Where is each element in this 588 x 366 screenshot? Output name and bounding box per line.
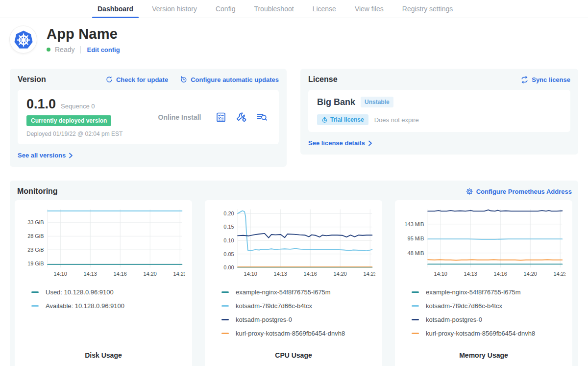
clock-refresh-icon (180, 76, 188, 83)
version-number: 0.1.0 (26, 97, 56, 112)
app-logo (10, 26, 37, 53)
legend-color-dash (412, 305, 419, 307)
svg-text:95 MiB: 95 MiB (408, 235, 424, 241)
tab-troubleshoot[interactable]: Troubleshoot (248, 0, 299, 18)
svg-text:14:10: 14:10 (54, 271, 67, 277)
monitoring-title: Monitoring (17, 187, 58, 196)
svg-text:28 GiB: 28 GiB (27, 233, 44, 239)
memory-usage-legend: example-nginx-54f8f76755-l675mkotsadm-7f… (402, 288, 565, 337)
tab-dashboard[interactable]: Dashboard (92, 0, 139, 18)
cpu-usage-chart-card: 14:1014:1314:1614:2014:230.000.050.100.1… (205, 200, 382, 366)
refresh-icon (105, 76, 113, 83)
kots-dashboard-page: Dashboard Version history Config Trouble… (0, 0, 588, 366)
disk-usage-chart: 14:1014:1314:1614:2014:2319 GiB23 GiB28 … (22, 206, 185, 280)
page-title: App Name (47, 26, 120, 42)
license-details-card: Big Bank Unstable Trial license Does not… (308, 90, 570, 132)
legend-label: kotsadm-postgres-0 (236, 316, 292, 323)
legend-color-dash (221, 333, 229, 334)
configure-prometheus-link[interactable]: Configure Prometheus Address (466, 187, 572, 195)
chevron-right-icon (368, 140, 372, 146)
configure-automatic-updates-link[interactable]: Configure automatic updates (180, 76, 279, 83)
trial-license-badge: Trial license (317, 114, 368, 125)
svg-text:14:10: 14:10 (434, 271, 447, 277)
svg-text:19 GiB: 19 GiB (27, 261, 44, 266)
legend-item: example-nginx-54f8f76755-l675m (412, 288, 565, 296)
legend-label: Used: 10.128.0.96:9100 (46, 288, 114, 296)
legend-color-dash (221, 319, 229, 320)
legend-label: example-nginx-54f8f76755-l675m (426, 288, 521, 296)
disk-usage-chart-card: 14:1014:1314:1614:2014:2319 GiB23 GiB28 … (15, 200, 192, 366)
check-for-update-link[interactable]: Check for update (105, 76, 168, 83)
stopwatch-icon (321, 117, 328, 123)
svg-text:14:13: 14:13 (84, 271, 97, 277)
see-license-details-link[interactable]: See license details (308, 139, 372, 147)
svg-text:48 MiB: 48 MiB (408, 250, 424, 256)
chevron-right-icon (69, 153, 73, 158)
status-dot (47, 48, 50, 52)
edit-config-button[interactable] (235, 111, 247, 123)
legend-label: kotsadm-7f9dc7d66c-b4tcx (426, 302, 502, 310)
version-panel-title: Version (18, 75, 46, 84)
logs-search-icon (256, 111, 268, 123)
legend-color-dash (221, 305, 229, 307)
legend-color-dash (31, 305, 39, 307)
legend-color-dash (412, 333, 419, 334)
legend-label: kotsadm-7f9dc7d66c-b4tcx (236, 302, 312, 310)
cpu-usage-chart: 14:1014:1314:1614:2014:230.000.050.100.1… (212, 206, 375, 280)
sync-arrows-icon (520, 76, 529, 83)
legend-item: kurl-proxy-kotsadm-8569fb6454-dnvh8 (412, 330, 565, 337)
svg-text:14:10: 14:10 (244, 271, 257, 277)
svg-text:14:20: 14:20 (524, 271, 537, 277)
cards-row: Version Check for update (0, 69, 588, 167)
svg-text:0.15: 0.15 (223, 224, 234, 230)
chart-title: CPU Usage (212, 351, 375, 363)
view-deploy-logs-button[interactable] (256, 111, 268, 123)
legend-item: kurl-proxy-kotsadm-8569fb6454-dnvh8 (221, 330, 375, 337)
legend-item: Available: 10.128.0.96:9100 (31, 302, 185, 310)
cpu-usage-legend: example-nginx-54f8f76755-l675mkotsadm-7f… (212, 288, 375, 337)
svg-text:14:23: 14:23 (364, 271, 375, 277)
svg-text:0.00: 0.00 (223, 264, 234, 270)
gear-icon (466, 187, 473, 195)
svg-text:14:13: 14:13 (274, 271, 287, 277)
see-all-versions-link[interactable]: See all versions (18, 152, 73, 159)
edit-config-link[interactable]: Edit config (87, 46, 120, 53)
chart-title: Memory Usage (402, 351, 565, 363)
legend-color-dash (412, 291, 419, 293)
tab-registry-settings[interactable]: Registry settings (397, 0, 458, 18)
legend-item: kotsadm-postgres-0 (221, 316, 375, 323)
license-panel-title: License (308, 75, 338, 84)
divider (80, 46, 81, 53)
tab-view-files[interactable]: View files (349, 0, 389, 18)
legend-item: example-nginx-54f8f76755-l675m (221, 288, 375, 296)
current-version-card: 0.1.0 Sequence 0 Currently deployed vers… (18, 90, 279, 144)
disk-usage-legend: Used: 10.128.0.96:9100Available: 10.128.… (22, 288, 185, 310)
install-type-label: Online Install (144, 113, 215, 121)
deployed-timestamp: Deployed 01/19/22 @ 02:04 pm EST (26, 131, 144, 137)
svg-text:14:16: 14:16 (304, 271, 317, 277)
legend-item: kotsadm-7f9dc7d66c-b4tcx (221, 302, 375, 310)
svg-text:14:16: 14:16 (494, 271, 507, 277)
tab-license[interactable]: License (307, 0, 342, 18)
chart-title: Disk Usage (22, 351, 185, 363)
svg-text:14:13: 14:13 (464, 271, 477, 277)
legend-color-dash (412, 319, 419, 320)
memory-usage-chart: 14:1014:1314:1614:2014:2348 MiB95 MiB143… (402, 206, 565, 280)
legend-item: Used: 10.128.0.96:9100 (31, 288, 185, 296)
tab-version-history[interactable]: Version history (147, 0, 202, 18)
preflight-checks-button[interactable] (215, 111, 227, 123)
channel-badge: Unstable (361, 97, 393, 107)
status-badge: Ready (55, 46, 74, 53)
sync-license-link[interactable]: Sync license (520, 76, 570, 83)
monitoring-section: Monitoring Configure Prometheus Address … (10, 181, 578, 366)
svg-text:14:20: 14:20 (144, 271, 157, 277)
svg-text:0.20: 0.20 (223, 210, 234, 216)
deployed-badge: Currently deployed version (26, 115, 111, 126)
wrench-gear-icon (235, 111, 247, 123)
tab-config[interactable]: Config (210, 0, 241, 18)
preflight-checklist-icon (215, 111, 227, 123)
top-navbar: Dashboard Version history Config Trouble… (0, 0, 588, 18)
legend-label: example-nginx-54f8f76755-l675m (236, 288, 331, 296)
svg-text:33 GiB: 33 GiB (27, 219, 44, 225)
license-expiry: Does not expire (374, 116, 419, 124)
